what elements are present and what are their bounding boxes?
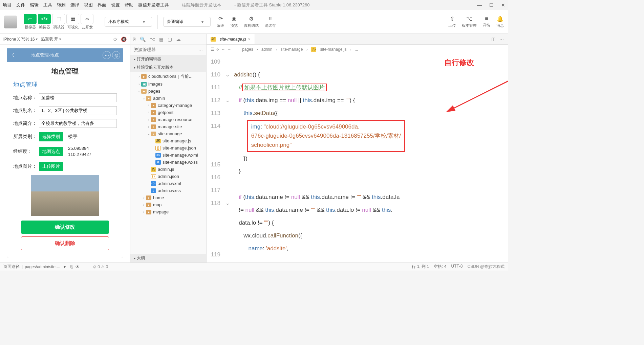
code-area[interactable]: 109110111112113114 115116117118 119120 ⌄… [207, 54, 508, 262]
problems-indicator[interactable]: ⊘ 0 ⚠ 0 [93, 264, 108, 269]
cloud-button[interactable]: ∞ [81, 14, 93, 24]
field-label: 经纬度： [13, 148, 37, 155]
tree-item[interactable]: ⌄▸admin [130, 95, 206, 102]
refresh-icon[interactable]: ⟳ [113, 37, 117, 42]
tree-item[interactable]: ›▸manage-resource [130, 116, 206, 123]
crumb[interactable]: site-manage [280, 47, 303, 52]
line-col[interactable]: 行 1, 列 1 [412, 264, 429, 270]
capsule-close-icon[interactable]: ◎ [112, 51, 120, 59]
maximize-icon[interactable]: ☐ [489, 2, 494, 8]
crumb[interactable]: ... [355, 47, 358, 52]
list-icon[interactable]: ☰ [211, 47, 214, 52]
tree-item[interactable]: <>admin.wxml [130, 180, 206, 187]
status-path[interactable]: pages/admin/site-... [25, 264, 60, 269]
select-category-button[interactable]: 选择类别 [39, 132, 63, 141]
capsule-menu-icon[interactable]: ⋯ [103, 51, 111, 59]
editor-button[interactable]: </> [38, 14, 51, 24]
tree-item[interactable]: ›▸cloudfunctions | 当前... [130, 72, 206, 80]
tree-item[interactable]: ›▸home [130, 194, 206, 201]
minimize-icon[interactable]: — [477, 2, 482, 8]
menu-item[interactable]: 选择 [70, 2, 79, 8]
crumb[interactable]: admin [261, 47, 273, 52]
desc-input[interactable] [39, 119, 117, 128]
tab-close-icon[interactable]: × [248, 37, 251, 42]
editor-tab[interactable]: JS site-manage.js × [207, 34, 255, 44]
tree-item[interactable]: {}admin.json [130, 173, 206, 180]
search-icon[interactable]: 🔍 [140, 37, 146, 42]
confirm-delete-button[interactable]: 确认删除 [21, 236, 109, 250]
debugger-button[interactable]: ⬚ [52, 14, 65, 24]
project-section[interactable]: 桂院导航云开发版本 [130, 63, 206, 72]
alias-input[interactable] [39, 106, 117, 115]
menu-item[interactable]: 工具 [43, 2, 52, 8]
compile-button[interactable]: ⟳编译 [217, 16, 224, 28]
open-editors-section[interactable]: 打开的编辑器 [130, 55, 206, 63]
crumb[interactable]: pages [242, 47, 253, 52]
split-icon[interactable]: ◫ [491, 37, 495, 42]
tree-item[interactable]: ›▣images [130, 80, 206, 88]
more-icon[interactable]: ⋯ [499, 37, 504, 42]
name-input[interactable] [39, 93, 117, 102]
menu-item[interactable]: 编辑 [30, 2, 39, 8]
remote-debug-button[interactable]: ⚙真机调试 [244, 16, 259, 28]
more-icon[interactable]: ⋯ [198, 47, 203, 52]
tree-item[interactable]: JSsite-manage.js [130, 137, 206, 144]
outline-section[interactable]: 大纲 [130, 254, 206, 262]
close-icon[interactable]: ✕ [501, 2, 505, 8]
menu-item[interactable]: 视图 [84, 2, 93, 8]
field-label: 所属类别： [13, 134, 37, 140]
files-icon[interactable]: ⎘ [133, 37, 136, 42]
map-point-button[interactable]: 地图选点 [39, 147, 63, 156]
encoding-indicator[interactable]: UTF-8 [451, 264, 463, 270]
tree-item[interactable]: #site-manage.wxss [130, 159, 206, 166]
version-button[interactable]: ⌥版本管理 [462, 16, 477, 28]
hotreload-select[interactable]: 热重载 开 [41, 36, 61, 42]
menu-item[interactable]: 项目 [3, 2, 12, 8]
tree-item[interactable]: JSadmin.js [130, 166, 206, 173]
tree-item[interactable]: <>site-manage.wxml [130, 152, 206, 159]
box-icon[interactable]: ▢ [168, 37, 172, 42]
phone-header: 〈 地点管理-地点 ⋯ ◎ [7, 48, 123, 62]
upload-button[interactable]: ⇧上传 [448, 16, 456, 28]
menu-item[interactable]: 转到 [57, 2, 66, 8]
compile-select[interactable]: 普通编译 [163, 17, 211, 27]
menu-item[interactable]: 微信开发者工具 [138, 2, 169, 8]
eye-icon[interactable]: 👁 [76, 264, 80, 269]
docker-icon[interactable]: ☁ [176, 37, 181, 42]
confirm-edit-button[interactable]: 确认修改 [21, 221, 109, 234]
avatar[interactable] [4, 16, 17, 28]
branch-icon[interactable]: ⌥ [150, 37, 155, 42]
back-icon[interactable]: 〈 [10, 52, 14, 58]
upload-image-button[interactable]: 上传图片 [39, 162, 63, 171]
mute-icon[interactable]: 🔇 [121, 37, 127, 42]
dropdown-icon[interactable]: ▾ [64, 264, 66, 269]
menu-item[interactable]: 帮助 [125, 2, 133, 8]
crumb[interactable]: site-manage.js [320, 47, 346, 52]
visual-button[interactable]: ▦ [66, 14, 79, 24]
mode-select[interactable]: 小程序模式 [105, 17, 152, 27]
tree-item[interactable]: ›▸manage-site [130, 123, 206, 130]
tree-item[interactable]: {}site-manage.json [130, 144, 206, 152]
bookmark-icon[interactable]: ⟡ [216, 47, 219, 52]
details-button[interactable]: ≡详情 [483, 16, 490, 28]
tree-item[interactable]: #admin.wxss [130, 187, 206, 194]
nav-fwd-icon[interactable]: → [227, 47, 231, 52]
tree-item[interactable]: ›▸map [130, 201, 206, 208]
clear-cache-button[interactable]: ≋清缓存 [265, 16, 276, 28]
tree-item[interactable]: ⌄▸site-manage [130, 130, 206, 137]
copy-icon[interactable]: ⎘ [70, 264, 73, 269]
tree-item[interactable]: ›▸mvpage [130, 208, 206, 215]
menu-item[interactable]: 文件 [16, 2, 25, 8]
tree-item[interactable]: ›▸category-manage [130, 102, 206, 109]
tree-item[interactable]: ⌄▸pages [130, 88, 206, 95]
preview-button[interactable]: ◉预览 [230, 16, 238, 28]
messages-button[interactable]: 🔔消息 [496, 16, 504, 28]
menu-item[interactable]: 界面 [98, 2, 106, 8]
nav-back-icon[interactable]: ← [221, 47, 225, 52]
ext-icon[interactable]: ▦ [159, 37, 164, 42]
device-select[interactable]: iPhone X 75% 16 [3, 37, 38, 42]
tree-item[interactable]: ›▸getpoint [130, 109, 206, 116]
menu-item[interactable]: 设置 [111, 2, 120, 8]
spaces-indicator[interactable]: 空格: 4 [434, 264, 446, 270]
simulator-button[interactable]: ▭ [24, 14, 37, 24]
